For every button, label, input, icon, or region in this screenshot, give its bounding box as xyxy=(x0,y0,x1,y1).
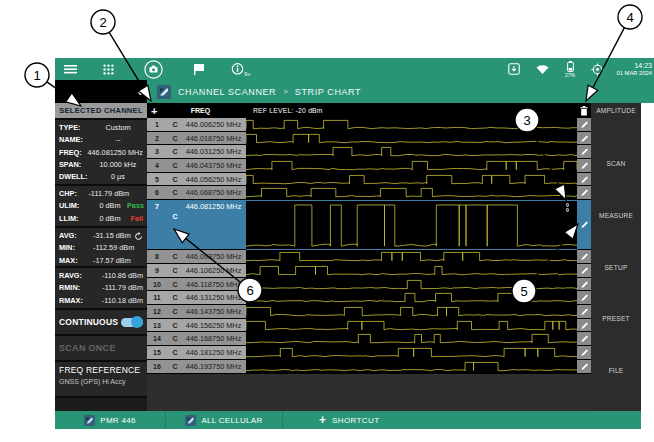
field-label: FREQ: xyxy=(59,147,87,159)
channel-trace-10[interactable] xyxy=(246,278,577,292)
channel-trace-8[interactable] xyxy=(246,250,577,264)
reset-average-icon[interactable] xyxy=(134,232,143,241)
edit-channel-2-button[interactable] xyxy=(577,132,591,146)
channel-trace-2[interactable] xyxy=(246,132,577,146)
tab-all-cellular[interactable]: ALL CELLULAR xyxy=(166,411,282,429)
edit-channel-13-button[interactable] xyxy=(577,319,591,333)
edit-channel-7-button[interactable] xyxy=(577,200,591,250)
edit-channel-11-button[interactable] xyxy=(577,291,591,305)
channel-type-badge: C xyxy=(167,135,183,142)
freq-reference-label: FREQ REFERENCE xyxy=(59,364,143,377)
channel-trace-1[interactable] xyxy=(246,118,577,132)
flag-icon xyxy=(194,64,204,75)
channel-row-10[interactable]: 10C446.118750 MHz xyxy=(147,278,246,292)
field-label: CHP: xyxy=(59,188,88,200)
channel-trace-16[interactable] xyxy=(246,360,577,374)
freq-reference-button[interactable]: FREQ REFERENCE GNSS (GPS) Hi Accy xyxy=(55,362,147,396)
menu-measure[interactable]: MEASURE xyxy=(591,212,641,219)
edit-channel-5-button[interactable] xyxy=(577,173,591,187)
channel-row-8[interactable]: 8C446.093750 MHz xyxy=(147,250,246,264)
wifi-indicator[interactable] xyxy=(528,58,556,80)
menu-button[interactable] xyxy=(55,58,85,80)
channel-row-5[interactable]: 5C446.056250 MHz xyxy=(147,173,246,187)
edit-channel-6-button[interactable] xyxy=(577,186,591,200)
edit-channel-10-button[interactable] xyxy=(577,278,591,292)
channel-trace-15[interactable] xyxy=(246,346,577,360)
channel-row-13[interactable]: 13C446.156250 MHz xyxy=(147,319,246,333)
menu-setup[interactable]: SETUP xyxy=(591,264,641,271)
gps-indicator[interactable] xyxy=(584,58,610,80)
continuous-toggle[interactable] xyxy=(121,318,143,327)
edit-channel-14-button[interactable] xyxy=(577,332,591,346)
channel-row-7[interactable]: 7446.081250 MHzC xyxy=(147,200,246,250)
channel-number: 14 xyxy=(147,335,167,342)
pencil-icon xyxy=(580,293,589,302)
time-text: 14:23 xyxy=(634,62,652,70)
menu-amplitude[interactable]: AMPLITUDE xyxy=(591,107,641,114)
channel-trace-7[interactable] xyxy=(246,200,577,250)
apps-button[interactable] xyxy=(85,58,131,80)
edit-channel-16-button[interactable] xyxy=(577,360,591,374)
channel-row-4[interactable]: 4C446.043750 MHz xyxy=(147,159,246,173)
channel-trace-3[interactable] xyxy=(246,145,577,159)
channel-type-badge: C xyxy=(167,189,183,196)
channel-row-9[interactable]: 9C446.106250 MHz xyxy=(147,264,246,278)
panel-collapse-button[interactable]: « xyxy=(55,80,147,103)
save-export-button[interactable] xyxy=(500,58,528,80)
limit-status: Fail xyxy=(127,213,143,225)
channel-row-6[interactable]: 6C446.068750 MHz xyxy=(147,186,246,200)
channel-type-badge: C xyxy=(167,176,183,183)
channel-info-block: TYPE:CustomNAME:--FREQ:446.081250 MHzSPA… xyxy=(55,120,147,184)
channel-row-15[interactable]: 15C446.181250 MHz xyxy=(147,346,246,360)
edit-channel-3-button[interactable] xyxy=(577,145,591,159)
add-channel-button[interactable]: + xyxy=(151,103,157,118)
pencil-icon xyxy=(580,307,589,316)
instrument-screen: 9+ xyxy=(55,58,654,429)
panel-field: MIN:-112.59 dBm xyxy=(59,242,143,254)
field-value: -110.86 dBm xyxy=(93,270,143,282)
edit-channel-1-button[interactable] xyxy=(577,118,591,132)
channel-row-12[interactable]: 12C446.143750 MHz xyxy=(147,305,246,319)
channel-trace-13[interactable] xyxy=(246,319,577,333)
menu-scan[interactable]: SCAN xyxy=(591,160,641,167)
menu-preset[interactable]: PRESET xyxy=(591,315,641,322)
flag-button[interactable] xyxy=(176,58,221,80)
edit-channel-8-button[interactable] xyxy=(577,250,591,264)
tab-pmr-446[interactable]: PMR 446 xyxy=(55,411,165,429)
edit-channel-15-button[interactable] xyxy=(577,346,591,360)
channel-frequency: 446.093750 MHz xyxy=(183,252,246,261)
notifications-button[interactable]: 9+ xyxy=(221,58,261,80)
channel-frequency: 446.031250 MHz xyxy=(183,147,246,156)
channel-number: 12 xyxy=(147,308,167,315)
add-shortcut-button[interactable]: + SHORTCUT xyxy=(283,411,380,429)
channel-row-2[interactable]: 2C446.018750 MHz xyxy=(147,132,246,146)
channel-trace-11[interactable] xyxy=(246,291,577,305)
channel-trace-12[interactable] xyxy=(246,305,577,319)
channel-trace-4[interactable] xyxy=(246,159,577,173)
resize-handle-icon[interactable] xyxy=(566,203,570,212)
breadcrumb-app[interactable]: CHANNEL SCANNER xyxy=(178,87,276,97)
pencil-icon xyxy=(580,188,589,197)
edit-channel-9-button[interactable] xyxy=(577,264,591,278)
edit-channel-4-button[interactable] xyxy=(577,159,591,173)
channel-row-14[interactable]: 14C446.168750 MHz xyxy=(147,332,246,346)
screenshot-button[interactable] xyxy=(131,58,176,80)
channel-row-1[interactable]: 1C446.006250 MHz xyxy=(147,118,246,132)
menu-file[interactable]: FILE xyxy=(591,367,641,374)
field-label: NAME: xyxy=(59,134,93,146)
channel-type-badge: C xyxy=(167,267,183,274)
channel-row-16[interactable]: 16C446.193750 MHz xyxy=(147,360,246,374)
channel-trace-9[interactable] xyxy=(246,264,577,278)
channel-trace-5[interactable] xyxy=(246,173,577,187)
channel-type-badge: C xyxy=(167,162,183,169)
panel-field: RAVG:-110.86 dBm xyxy=(59,270,143,282)
scan-once-button[interactable]: SCAN ONCE xyxy=(55,336,147,360)
channel-trace-6[interactable] xyxy=(246,186,577,200)
channel-row-3[interactable]: 3C446.031250 MHz xyxy=(147,145,246,159)
channel-trace-14[interactable] xyxy=(246,332,577,346)
edit-channel-12-button[interactable] xyxy=(577,305,591,319)
gps-crosshair-icon xyxy=(591,63,604,76)
trash-icon[interactable] xyxy=(580,106,588,116)
pencil-icon xyxy=(580,161,589,170)
channel-row-11[interactable]: 11C446.131250 MHz xyxy=(147,291,246,305)
